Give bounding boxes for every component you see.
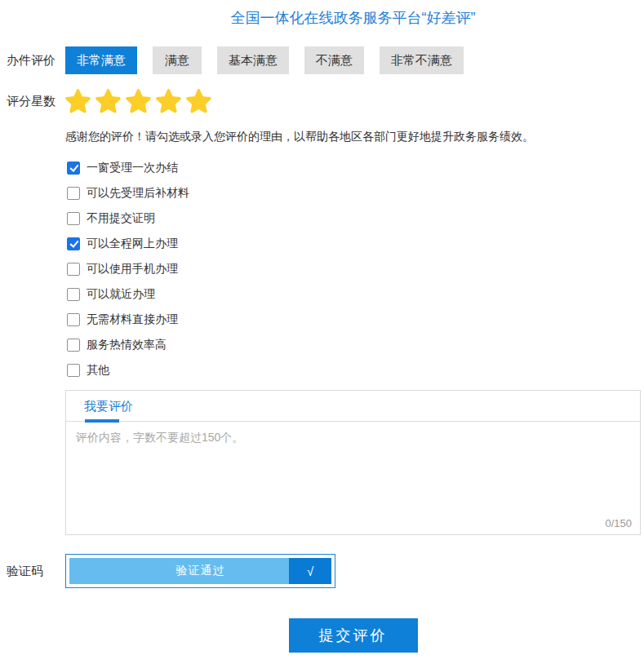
captcha-row: 验证码 验证通过 √ [0, 554, 644, 588]
checkbox-unchecked-icon[interactable] [67, 313, 80, 326]
reason-checkbox-item[interactable]: 可以全程网上办理 [67, 237, 644, 250]
reason-label: 可以使用手机办理 [87, 262, 178, 277]
char-counter: 0/150 [605, 517, 632, 529]
star-icon[interactable] [156, 89, 181, 114]
star-icon[interactable] [65, 89, 91, 114]
tab-my-review[interactable]: 我要评价 [84, 391, 133, 421]
rating-label: 办件评价 [7, 46, 65, 74]
reason-label: 其他 [87, 363, 109, 378]
checkbox-unchecked-icon[interactable] [67, 288, 80, 301]
stars-label: 评分星数 [7, 86, 65, 116]
reason-checkbox-item[interactable]: 其他 [67, 364, 644, 377]
evaluation-page: 全国一体化在线政务服务平台“好差评” 办件评价 非常满意满意基本满意不满意非常不… [0, 8, 644, 664]
submit-button[interactable]: 提交评价 [289, 618, 418, 653]
check-icon: √ [307, 564, 313, 578]
reason-label: 一窗受理一次办结 [87, 161, 178, 175]
reason-label: 可以先受理后补材料 [87, 186, 189, 201]
reason-label: 服务热情效率高 [87, 338, 167, 352]
reason-label: 无需材料直接办理 [87, 312, 178, 327]
captcha-label: 验证码 [7, 554, 65, 588]
comment-box: 我要评价 0/150 [65, 390, 641, 535]
checkbox-unchecked-icon[interactable] [67, 187, 80, 200]
reason-checkbox-item[interactable]: 服务热情效率高 [67, 339, 644, 352]
reason-list: 一窗受理一次办结可以先受理后补材料不用提交证明可以全程网上办理可以使用手机办理可… [67, 162, 644, 377]
rating-option[interactable]: 不满意 [304, 46, 364, 74]
checkbox-unchecked-icon[interactable] [67, 339, 80, 352]
rating-options: 非常满意满意基本满意不满意非常不满意 [65, 46, 464, 74]
stars-row: 评分星数 [0, 86, 644, 116]
comment-body: 0/150 [66, 422, 640, 534]
checkbox-unchecked-icon[interactable] [67, 212, 80, 225]
reason-label: 可以就近办理 [87, 287, 155, 302]
rating-option[interactable]: 非常满意 [65, 46, 137, 74]
comment-textarea[interactable] [66, 422, 640, 508]
page-title: 全国一体化在线政务服务平台“好差评” [65, 8, 641, 28]
captcha-slider[interactable]: 验证通过 √ [65, 554, 335, 588]
captcha-track[interactable]: 验证通过 √ [69, 558, 331, 584]
captcha-status-text: 验证通过 [176, 564, 225, 578]
rating-option[interactable]: 满意 [153, 46, 202, 74]
reason-checkbox-item[interactable]: 无需材料直接办理 [67, 313, 644, 326]
checkbox-unchecked-icon[interactable] [67, 263, 80, 276]
star-icon[interactable] [186, 89, 211, 114]
rating-row: 办件评价 非常满意满意基本满意不满意非常不满意 [0, 46, 644, 74]
reason-checkbox-item[interactable]: 可以先受理后补材料 [67, 187, 644, 200]
captcha-handle[interactable]: √ [289, 558, 331, 584]
checkbox-checked-icon[interactable] [67, 162, 80, 175]
star-icon[interactable] [126, 89, 151, 114]
star-icon[interactable] [95, 89, 121, 114]
submit-area: 提交评价 [65, 618, 641, 653]
reason-checkbox-item[interactable]: 可以使用手机办理 [67, 263, 644, 276]
comment-tab-bar: 我要评价 [66, 391, 640, 422]
thanks-text: 感谢您的评价！请勾选或录入您评价的理由，以帮助各地区各部门更好地提升政务服务绩效… [65, 130, 644, 144]
reason-label: 可以全程网上办理 [87, 237, 178, 251]
rating-option[interactable]: 非常不满意 [380, 46, 464, 74]
reason-label: 不用提交证明 [87, 211, 155, 226]
checkbox-checked-icon[interactable] [67, 237, 80, 250]
reason-checkbox-item[interactable]: 可以就近办理 [67, 288, 644, 301]
reason-checkbox-item[interactable]: 一窗受理一次办结 [67, 162, 644, 175]
rating-option[interactable]: 基本满意 [217, 46, 289, 74]
checkbox-unchecked-icon[interactable] [67, 364, 80, 377]
reason-checkbox-item[interactable]: 不用提交证明 [67, 212, 644, 225]
star-rating[interactable] [65, 89, 216, 114]
